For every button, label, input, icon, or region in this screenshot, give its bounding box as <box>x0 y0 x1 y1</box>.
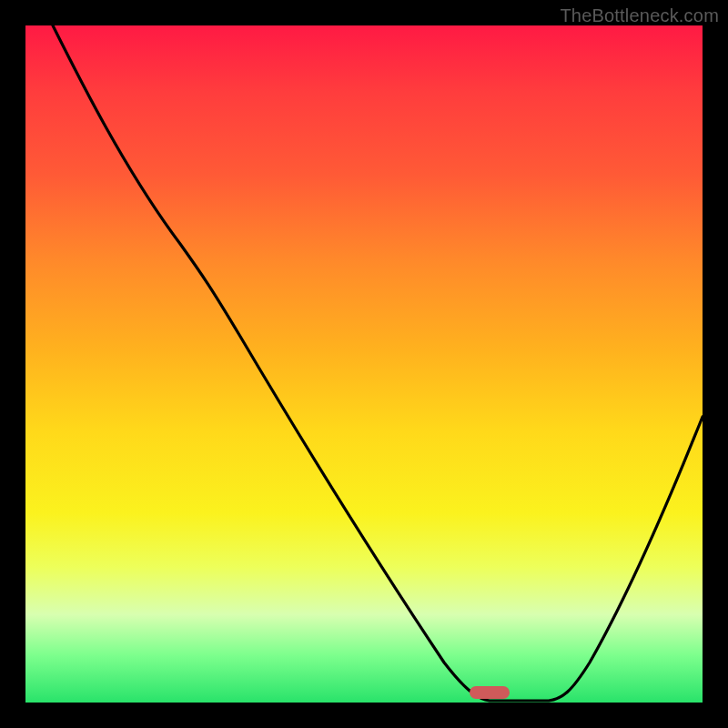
bottleneck-curve <box>53 25 703 701</box>
curve-svg <box>25 25 703 703</box>
chart-frame: TheBottleneck.com <box>0 0 728 728</box>
marker-pill <box>470 686 510 699</box>
plot-area <box>25 25 703 703</box>
watermark-text: TheBottleneck.com <box>560 5 719 26</box>
